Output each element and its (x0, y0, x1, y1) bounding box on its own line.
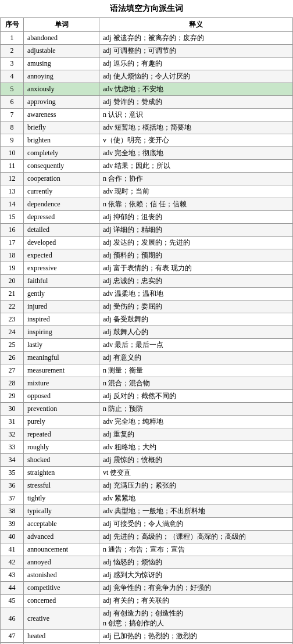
row-number: 15 (1, 211, 24, 224)
row-number: 32 (1, 428, 24, 441)
row-word: brighten (24, 134, 99, 147)
row-number: 10 (1, 147, 24, 160)
table-row: 40advancedadj 先进的；高级的；（课程）高深的；高级的 (1, 531, 293, 543)
row-definition: n 防止；预防 (99, 403, 293, 416)
table-row: 32repeatedadj 重复的 (1, 428, 293, 441)
row-definition: adj 被遗弃的；被离弃的；废弃的 (99, 32, 293, 45)
row-definition: adv 完全地；彻底地 (99, 147, 293, 160)
row-number: 9 (1, 134, 24, 147)
row-number: 47 (1, 630, 24, 643)
col-header-word: 单词 (24, 18, 99, 32)
table-row: 38typicallyadv 典型地；一般地；不出所料地 (1, 505, 293, 518)
table-row: 36stressfuladj 充满压力的；紧张的 (1, 480, 293, 492)
row-number: 38 (1, 505, 24, 518)
row-definition: adj 感到大为惊讶的 (99, 569, 293, 582)
row-definition: adj 预料的；预期的 (99, 249, 293, 262)
table-row: 4annoyingadj 使人烦恼的；令人讨厌的 (1, 70, 293, 83)
table-row: 43astonishedadj 感到大为惊讶的 (1, 569, 293, 582)
row-number: 4 (1, 70, 24, 83)
row-definition: adj 已加热的；热烈的；激烈的 (99, 630, 293, 643)
table-row: 46creativeadj 有创造力的；创造性的n 创意；搞创作的人 (1, 607, 293, 630)
row-definition: adv 温柔地；温和地 (99, 288, 293, 300)
row-number: 18 (1, 249, 24, 262)
table-row: 33roughlyadv 粗略地；大约 (1, 441, 293, 454)
row-number: 42 (1, 556, 24, 569)
row-number: 34 (1, 454, 24, 467)
row-definition: n 通告；布告；宣布；宣告 (99, 543, 293, 556)
row-word: roughly (24, 441, 99, 454)
row-number: 19 (1, 262, 24, 275)
row-word: anxiously (24, 83, 99, 96)
row-word: advanced (24, 531, 99, 543)
table-row: 25lastlyadv 最后；最后一点 (1, 339, 293, 352)
row-definition: adj 恼怒的；烦恼的 (99, 556, 293, 569)
row-word: announcement (24, 543, 99, 556)
row-number: 13 (1, 185, 24, 198)
table-row: 20faithfuladj 忠诚的；忠实的 (1, 275, 293, 288)
table-row: 5anxiouslyadv 忧虑地；不安地 (1, 83, 293, 96)
row-word: cooperation (24, 173, 99, 185)
row-word: approving (24, 96, 99, 109)
row-word: concerned (24, 595, 99, 607)
row-definition: adv 忧虑地；不安地 (99, 83, 293, 96)
row-number: 41 (1, 543, 24, 556)
row-word: annoyed (24, 556, 99, 569)
row-definition: adj 备受鼓舞的 (99, 313, 293, 326)
row-definition: adj 忠诚的；忠实的 (99, 275, 293, 288)
row-definition: v（使）明亮；变开心 (99, 134, 293, 147)
table-row: 23inspiredadj 备受鼓舞的 (1, 313, 293, 326)
row-word: amusing (24, 58, 99, 70)
row-definition: adj 重复的 (99, 428, 293, 441)
row-word: straighten (24, 467, 99, 480)
table-row: 27measurementn 测量；衡量 (1, 364, 293, 377)
row-word: competitive (24, 582, 99, 595)
row-definition: adj 反对的；截然不同的 (99, 390, 293, 403)
row-word: astonished (24, 569, 99, 582)
row-word: completely (24, 147, 99, 160)
table-row: 7awarenessn 认识；意识 (1, 109, 293, 121)
row-definition: adj 抑郁的；沮丧的 (99, 211, 293, 224)
row-word: developed (24, 237, 99, 249)
row-word: lastly (24, 339, 99, 352)
row-word: injured (24, 300, 99, 313)
row-number: 27 (1, 364, 24, 377)
row-definition: adj 竞争性的；有竞争力的；好强的 (99, 582, 293, 595)
row-definition: n 认识；意识 (99, 109, 293, 121)
row-number: 40 (1, 531, 24, 543)
row-word: prevention (24, 403, 99, 416)
row-number: 43 (1, 569, 24, 582)
row-word: gently (24, 288, 99, 300)
row-number: 35 (1, 467, 24, 480)
row-word: purely (24, 416, 99, 428)
row-word: expressive (24, 262, 99, 275)
row-number: 11 (1, 160, 24, 173)
row-definition: adj 鼓舞人心的 (99, 326, 293, 339)
row-number: 30 (1, 403, 24, 416)
row-number: 22 (1, 300, 24, 313)
row-number: 28 (1, 377, 24, 390)
table-row: 1abandonedadj 被遗弃的；被离弃的；废弃的 (1, 32, 293, 45)
table-row: 42annoyedadj 恼怒的；烦恼的 (1, 556, 293, 569)
table-row: 2adjustableadj 可调整的；可调节的 (1, 45, 293, 58)
table-row: 10completelyadv 完全地；彻底地 (1, 147, 293, 160)
row-word: faithful (24, 275, 99, 288)
vocabulary-table: 序号 单词 释义 1abandonedadj 被遗弃的；被离弃的；废弃的2adj… (0, 17, 293, 644)
row-word: shocked (24, 454, 99, 467)
row-definition: adj 可调整的；可调节的 (99, 45, 293, 58)
row-number: 21 (1, 288, 24, 300)
row-definition: adv 短暂地；概括地；简要地 (99, 121, 293, 134)
table-row: 17developedadj 发达的；发展的；先进的 (1, 237, 293, 249)
row-definition: adj 详细的；精细的 (99, 224, 293, 237)
row-word: awareness (24, 109, 99, 121)
row-word: depressed (24, 211, 99, 224)
col-header-def: 释义 (99, 18, 293, 32)
row-word: currently (24, 185, 99, 198)
row-definition: n 测量；衡量 (99, 364, 293, 377)
row-number: 3 (1, 58, 24, 70)
row-word: annoying (24, 70, 99, 83)
table-row: 9brightenv（使）明亮；变开心 (1, 134, 293, 147)
row-definition: adj 受伤的；委屈的 (99, 300, 293, 313)
row-word: consequently (24, 160, 99, 173)
row-number: 16 (1, 224, 24, 237)
row-number: 20 (1, 275, 24, 288)
